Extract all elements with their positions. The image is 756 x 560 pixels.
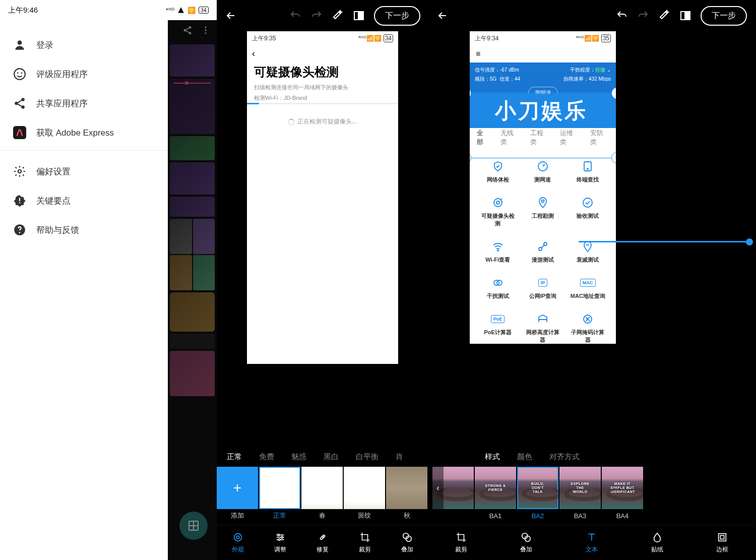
drawer-item-user[interactable]: 登录 [0,30,168,59]
collage-fab[interactable] [179,512,208,540]
alert-icon [13,194,26,207]
svg-point-22 [234,534,242,541]
filter-tab[interactable]: 免费 [259,452,274,462]
drawer-item-smile[interactable]: 评级应用程序 [0,59,168,89]
text-preset[interactable]: MAKE IT SIMPLE BUT SIGNIFICANTBA4 [602,467,643,525]
style-tab[interactable]: 样式 [485,452,500,462]
undo-icon[interactable] [289,10,301,22]
net-tool: 终端查找 [567,155,609,188]
svg-point-43 [497,280,502,285]
filter-category-tabs: 正常免费魅惑黑白白平衡肖 [217,447,428,467]
redo-icon[interactable] [310,10,323,22]
svg-point-34 [587,168,588,169]
magic-icon[interactable] [332,10,344,22]
share-icon[interactable] [182,25,193,35]
tool-category-tabs: 全部无线类工程类运维类安防类 [470,123,616,152]
drawer-item-help[interactable]: 帮助与反馈 [0,215,168,244]
tool-sliders[interactable]: 调整 [259,525,301,560]
redo-icon[interactable] [637,10,649,22]
drawer-item-gear[interactable]: 偏好设置 [0,157,168,186]
tool-layers[interactable]: 叠加 [386,525,428,560]
drawer-item-share[interactable]: 共享应用程序 [0,89,168,118]
heal-icon [317,531,328,543]
style-tab[interactable]: 颜色 [517,452,532,462]
svg-rect-14 [13,126,26,139]
editor-topbar: 下一步 [428,0,755,31]
text-preset[interactable]: STRONG & FIERCEBA1 [475,467,516,525]
drawer-item-adobe[interactable]: 获取 Adobe Express [0,118,168,151]
user-icon [13,38,26,51]
status-icons: *ᴴᴰ 🛜 34 [166,7,209,14]
preset-秋[interactable]: 秋 [386,467,427,525]
filter-tab[interactable]: 肖 [396,452,403,462]
share-icon [13,97,26,110]
drawer-label: 共享应用程序 [36,98,88,109]
opacity-slider[interactable] [579,234,750,249]
compare-icon[interactable] [353,10,365,22]
filter-tab[interactable]: 魅惑 [291,452,306,462]
tool-layers[interactable]: 叠加 [494,525,559,560]
undo-icon[interactable] [616,10,628,22]
chevron-left-icon[interactable]: ‹ [432,467,444,509]
bottom-toolbar: 外观调整修复裁剪叠加 [217,525,428,560]
nav-drawer: 登录评级应用程序共享应用程序获取 Adobe Express偏好设置关键要点帮助… [0,0,168,560]
more-icon[interactable] [201,25,211,35]
tool-heal[interactable]: 修复 [301,525,344,560]
next-button[interactable]: 下一步 [701,6,747,26]
back-icon[interactable] [436,10,449,22]
net-tool: 网桥高度计算器 [522,307,563,344]
svg-point-8 [14,69,25,80]
svg-point-24 [278,534,280,536]
next-button[interactable]: 下一步 [374,6,420,26]
drawer-label: 关键要点 [36,195,71,207]
style-tab[interactable]: 对齐方式 [549,452,580,462]
svg-point-25 [281,536,283,538]
tool-crop[interactable]: 裁剪 [428,525,494,560]
drop-icon [652,531,663,543]
drawer-label: 偏好设置 [36,166,71,177]
status-bar: 上午9:46 *ᴴᴰ 🛜 34 [0,0,217,20]
svg-rect-20 [354,12,358,20]
svg-point-35 [494,199,502,207]
svg-point-15 [18,170,22,173]
svg-point-3 [205,27,206,28]
svg-rect-21 [359,12,363,20]
preset-正常[interactable]: 正常 [259,467,300,525]
svg-point-9 [17,72,19,74]
filter-tab[interactable]: 白平衡 [356,452,379,462]
drawer-label: 登录 [36,39,53,51]
compare-icon[interactable] [679,10,691,22]
svg-rect-30 [681,12,685,20]
preset-斑纹[interactable]: 斑纹 [344,467,385,525]
edited-image[interactable]: 上午9:34*ᴴᴰ📶🛜 35 ≡ 信号强度：-67 dBm干扰程度：轻微 ⌄ 频… [470,31,616,344]
back-icon[interactable] [225,10,237,22]
tool-frame[interactable]: 边框 [689,525,755,560]
text-preset[interactable]: EXPLORE THE WORLDBA3 [559,467,601,525]
edited-image[interactable]: 上午9:35*ᴴᴰ📶🛜 34 ‹ 可疑摄像头检测 扫描检测连接在同一局域网下的摄… [247,31,398,364]
layers-icon [521,531,532,543]
net-tool: 工程勘测 [522,191,563,232]
text-icon [586,531,597,543]
preset-春[interactable]: 春 [301,467,343,525]
filter-tab[interactable]: 正常 [227,452,242,462]
svg-point-7 [18,40,22,45]
bottom-toolbar: 裁剪叠加文本贴纸边框 [428,525,755,560]
tool-lens[interactable]: 外观 [217,525,259,560]
drawer-item-alert[interactable]: 关键要点 [0,186,168,215]
preset-添加[interactable]: +添加 [217,467,258,525]
text-preset[interactable]: BUILD, DON'T TALKBA2 [517,467,558,525]
editor-topbar: 下一步 [217,0,428,31]
text-style-presets: ‹STRONG & FIERCEBA1BUILD, DON'T TALKBA2E… [428,467,755,525]
tool-crop[interactable]: 裁剪 [344,525,386,560]
network-banner: 信号强度：-67 dBm干扰程度：轻微 ⌄ 频段：5G 信道：44协商速率：43… [470,63,616,104]
svg-rect-31 [686,12,690,20]
svg-point-0 [189,26,192,29]
net-tool: 测网速 [522,155,563,188]
gear-icon [13,165,26,178]
magic-icon[interactable] [658,10,670,22]
tool-text[interactable]: 文本 [559,525,624,560]
status-time: 上午9:46 [8,6,38,15]
tool-drop[interactable]: 贴纸 [624,525,690,560]
text-preset[interactable]: ‹ [432,467,474,525]
filter-tab[interactable]: 黑白 [324,452,339,462]
